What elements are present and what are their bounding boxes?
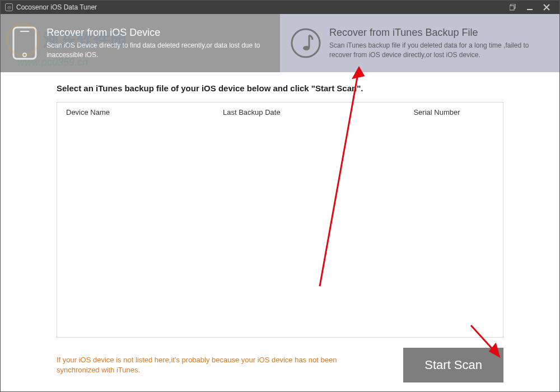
app-title: Cocosenor iOS Data Tuner bbox=[16, 3, 505, 11]
footer-row: If your iOS device is not listed here,it… bbox=[57, 348, 503, 382]
backup-list[interactable]: Device Name Last Backup Date Serial Numb… bbox=[57, 102, 503, 338]
col-serial-number: Serial Number bbox=[380, 108, 494, 116]
tab-recover-ios-device[interactable]: Recover from iOS Device Scan iOS Device … bbox=[1, 14, 280, 72]
app-window: ◎ Cocosenor iOS Data Tuner Recover from … bbox=[0, 0, 560, 392]
window-buttons bbox=[505, 1, 555, 14]
tab-itunes-title: Recover from iTunes Backup File bbox=[329, 27, 549, 39]
main-content: Select an iTunes backup file of your iOS… bbox=[1, 72, 559, 391]
col-last-backup-date: Last Backup Date bbox=[223, 108, 380, 116]
phone-icon bbox=[11, 26, 39, 60]
minimize-button[interactable] bbox=[521, 1, 538, 14]
list-header: Device Name Last Backup Date Serial Numb… bbox=[57, 102, 503, 122]
instruction-text: Select an iTunes backup file of your iOS… bbox=[57, 83, 503, 93]
close-button[interactable] bbox=[538, 1, 555, 14]
svg-rect-1 bbox=[510, 6, 514, 10]
tab-device-title: Recover from iOS Device bbox=[46, 27, 270, 39]
col-device-name: Device Name bbox=[66, 108, 223, 116]
mode-tabs: Recover from iOS Device Scan iOS Device … bbox=[1, 14, 559, 72]
svg-rect-5 bbox=[13, 27, 36, 59]
tab-device-desc: Scan iOS Device directly to find data de… bbox=[46, 41, 270, 60]
app-icon: ◎ bbox=[5, 3, 13, 11]
svg-point-7 bbox=[23, 53, 26, 57]
titlebar: ◎ Cocosenor iOS Data Tuner bbox=[1, 1, 559, 14]
sync-note: If your iOS device is not listed here,it… bbox=[57, 355, 348, 375]
tab-itunes-desc: Scan iTunes backup file if you deleted d… bbox=[329, 41, 549, 60]
restore-button[interactable] bbox=[505, 1, 521, 14]
svg-point-8 bbox=[292, 29, 320, 57]
tab-recover-itunes-backup[interactable]: Recover from iTunes Backup File Scan iTu… bbox=[280, 14, 559, 72]
music-note-icon bbox=[290, 26, 321, 60]
start-scan-button[interactable]: Start Scan bbox=[403, 348, 503, 382]
svg-point-9 bbox=[303, 46, 310, 50]
